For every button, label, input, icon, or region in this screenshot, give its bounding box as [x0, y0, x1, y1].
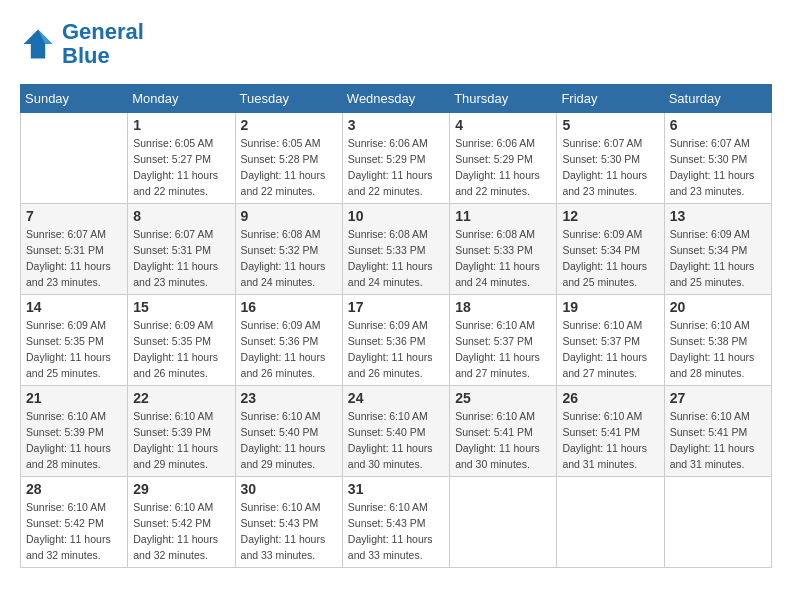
day-number: 5	[562, 117, 658, 133]
day-cell: 14Sunrise: 6:09 AMSunset: 5:35 PMDayligh…	[21, 295, 128, 386]
day-cell	[450, 477, 557, 568]
day-cell	[664, 477, 771, 568]
day-cell: 23Sunrise: 6:10 AMSunset: 5:40 PMDayligh…	[235, 386, 342, 477]
day-cell: 17Sunrise: 6:09 AMSunset: 5:36 PMDayligh…	[342, 295, 449, 386]
day-cell: 5Sunrise: 6:07 AMSunset: 5:30 PMDaylight…	[557, 113, 664, 204]
day-number: 13	[670, 208, 766, 224]
header-cell-friday: Friday	[557, 85, 664, 113]
day-info: Sunrise: 6:05 AMSunset: 5:28 PMDaylight:…	[241, 136, 337, 199]
day-info: Sunrise: 6:10 AMSunset: 5:42 PMDaylight:…	[26, 500, 122, 563]
week-row-3: 14Sunrise: 6:09 AMSunset: 5:35 PMDayligh…	[21, 295, 772, 386]
page-header: GeneralBlue	[20, 20, 772, 68]
day-cell: 24Sunrise: 6:10 AMSunset: 5:40 PMDayligh…	[342, 386, 449, 477]
day-number: 8	[133, 208, 229, 224]
day-number: 21	[26, 390, 122, 406]
day-number: 2	[241, 117, 337, 133]
day-cell: 18Sunrise: 6:10 AMSunset: 5:37 PMDayligh…	[450, 295, 557, 386]
day-number: 20	[670, 299, 766, 315]
day-number: 26	[562, 390, 658, 406]
week-row-5: 28Sunrise: 6:10 AMSunset: 5:42 PMDayligh…	[21, 477, 772, 568]
day-info: Sunrise: 6:10 AMSunset: 5:43 PMDaylight:…	[348, 500, 444, 563]
day-cell: 6Sunrise: 6:07 AMSunset: 5:30 PMDaylight…	[664, 113, 771, 204]
header-cell-saturday: Saturday	[664, 85, 771, 113]
day-number: 6	[670, 117, 766, 133]
day-info: Sunrise: 6:10 AMSunset: 5:41 PMDaylight:…	[670, 409, 766, 472]
day-cell: 2Sunrise: 6:05 AMSunset: 5:28 PMDaylight…	[235, 113, 342, 204]
week-row-4: 21Sunrise: 6:10 AMSunset: 5:39 PMDayligh…	[21, 386, 772, 477]
day-number: 3	[348, 117, 444, 133]
day-cell: 28Sunrise: 6:10 AMSunset: 5:42 PMDayligh…	[21, 477, 128, 568]
day-cell: 21Sunrise: 6:10 AMSunset: 5:39 PMDayligh…	[21, 386, 128, 477]
day-number: 24	[348, 390, 444, 406]
day-cell: 1Sunrise: 6:05 AMSunset: 5:27 PMDaylight…	[128, 113, 235, 204]
day-number: 15	[133, 299, 229, 315]
day-cell: 31Sunrise: 6:10 AMSunset: 5:43 PMDayligh…	[342, 477, 449, 568]
day-number: 19	[562, 299, 658, 315]
day-cell: 20Sunrise: 6:10 AMSunset: 5:38 PMDayligh…	[664, 295, 771, 386]
day-info: Sunrise: 6:09 AMSunset: 5:35 PMDaylight:…	[26, 318, 122, 381]
day-cell	[557, 477, 664, 568]
day-info: Sunrise: 6:09 AMSunset: 5:34 PMDaylight:…	[670, 227, 766, 290]
day-info: Sunrise: 6:09 AMSunset: 5:36 PMDaylight:…	[348, 318, 444, 381]
day-number: 7	[26, 208, 122, 224]
week-row-2: 7Sunrise: 6:07 AMSunset: 5:31 PMDaylight…	[21, 204, 772, 295]
day-number: 4	[455, 117, 551, 133]
day-cell: 30Sunrise: 6:10 AMSunset: 5:43 PMDayligh…	[235, 477, 342, 568]
day-cell: 26Sunrise: 6:10 AMSunset: 5:41 PMDayligh…	[557, 386, 664, 477]
day-cell: 11Sunrise: 6:08 AMSunset: 5:33 PMDayligh…	[450, 204, 557, 295]
day-info: Sunrise: 6:09 AMSunset: 5:34 PMDaylight:…	[562, 227, 658, 290]
day-info: Sunrise: 6:08 AMSunset: 5:32 PMDaylight:…	[241, 227, 337, 290]
week-row-1: 1Sunrise: 6:05 AMSunset: 5:27 PMDaylight…	[21, 113, 772, 204]
day-number: 12	[562, 208, 658, 224]
calendar-header: SundayMondayTuesdayWednesdayThursdayFrid…	[21, 85, 772, 113]
day-number: 14	[26, 299, 122, 315]
logo-icon	[20, 26, 56, 62]
day-cell: 4Sunrise: 6:06 AMSunset: 5:29 PMDaylight…	[450, 113, 557, 204]
day-cell: 3Sunrise: 6:06 AMSunset: 5:29 PMDaylight…	[342, 113, 449, 204]
header-cell-thursday: Thursday	[450, 85, 557, 113]
day-cell: 12Sunrise: 6:09 AMSunset: 5:34 PMDayligh…	[557, 204, 664, 295]
day-cell: 25Sunrise: 6:10 AMSunset: 5:41 PMDayligh…	[450, 386, 557, 477]
header-cell-wednesday: Wednesday	[342, 85, 449, 113]
day-number: 28	[26, 481, 122, 497]
day-info: Sunrise: 6:10 AMSunset: 5:40 PMDaylight:…	[241, 409, 337, 472]
day-cell: 19Sunrise: 6:10 AMSunset: 5:37 PMDayligh…	[557, 295, 664, 386]
day-cell: 8Sunrise: 6:07 AMSunset: 5:31 PMDaylight…	[128, 204, 235, 295]
day-number: 30	[241, 481, 337, 497]
day-info: Sunrise: 6:06 AMSunset: 5:29 PMDaylight:…	[348, 136, 444, 199]
day-number: 16	[241, 299, 337, 315]
day-cell	[21, 113, 128, 204]
day-number: 9	[241, 208, 337, 224]
day-info: Sunrise: 6:10 AMSunset: 5:41 PMDaylight:…	[455, 409, 551, 472]
day-info: Sunrise: 6:10 AMSunset: 5:41 PMDaylight:…	[562, 409, 658, 472]
day-info: Sunrise: 6:10 AMSunset: 5:39 PMDaylight:…	[26, 409, 122, 472]
day-cell: 9Sunrise: 6:08 AMSunset: 5:32 PMDaylight…	[235, 204, 342, 295]
day-info: Sunrise: 6:05 AMSunset: 5:27 PMDaylight:…	[133, 136, 229, 199]
header-row: SundayMondayTuesdayWednesdayThursdayFrid…	[21, 85, 772, 113]
day-number: 17	[348, 299, 444, 315]
day-number: 22	[133, 390, 229, 406]
day-info: Sunrise: 6:07 AMSunset: 5:31 PMDaylight:…	[133, 227, 229, 290]
calendar-body: 1Sunrise: 6:05 AMSunset: 5:27 PMDaylight…	[21, 113, 772, 568]
day-number: 31	[348, 481, 444, 497]
day-info: Sunrise: 6:08 AMSunset: 5:33 PMDaylight:…	[348, 227, 444, 290]
day-info: Sunrise: 6:10 AMSunset: 5:42 PMDaylight:…	[133, 500, 229, 563]
logo: GeneralBlue	[20, 20, 144, 68]
header-cell-sunday: Sunday	[21, 85, 128, 113]
day-cell: 15Sunrise: 6:09 AMSunset: 5:35 PMDayligh…	[128, 295, 235, 386]
header-cell-tuesday: Tuesday	[235, 85, 342, 113]
day-cell: 29Sunrise: 6:10 AMSunset: 5:42 PMDayligh…	[128, 477, 235, 568]
day-number: 23	[241, 390, 337, 406]
day-info: Sunrise: 6:10 AMSunset: 5:37 PMDaylight:…	[562, 318, 658, 381]
day-info: Sunrise: 6:07 AMSunset: 5:30 PMDaylight:…	[562, 136, 658, 199]
day-info: Sunrise: 6:07 AMSunset: 5:30 PMDaylight:…	[670, 136, 766, 199]
day-number: 29	[133, 481, 229, 497]
day-number: 18	[455, 299, 551, 315]
day-info: Sunrise: 6:09 AMSunset: 5:36 PMDaylight:…	[241, 318, 337, 381]
day-info: Sunrise: 6:10 AMSunset: 5:40 PMDaylight:…	[348, 409, 444, 472]
day-info: Sunrise: 6:10 AMSunset: 5:38 PMDaylight:…	[670, 318, 766, 381]
day-cell: 16Sunrise: 6:09 AMSunset: 5:36 PMDayligh…	[235, 295, 342, 386]
header-cell-monday: Monday	[128, 85, 235, 113]
day-cell: 7Sunrise: 6:07 AMSunset: 5:31 PMDaylight…	[21, 204, 128, 295]
day-info: Sunrise: 6:07 AMSunset: 5:31 PMDaylight:…	[26, 227, 122, 290]
